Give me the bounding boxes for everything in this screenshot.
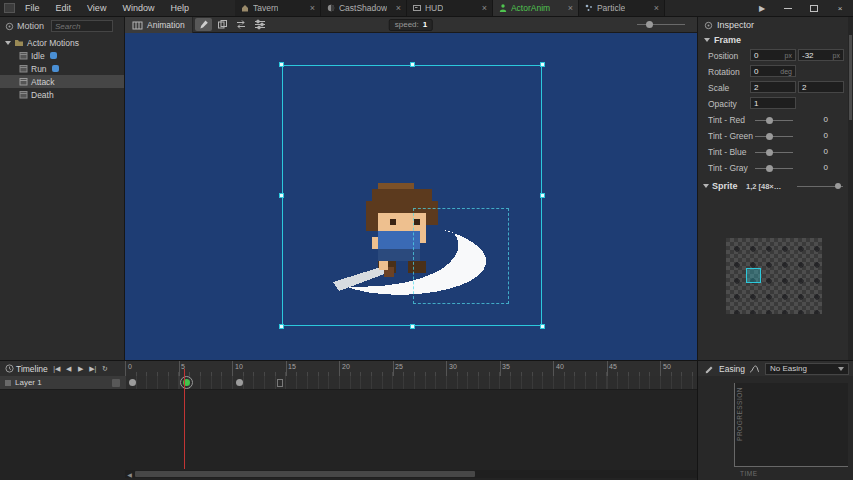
easing-selected-value: No Easing (770, 364, 807, 373)
swap-frames-button[interactable] (233, 18, 250, 31)
spritesheet-preview[interactable] (726, 238, 822, 314)
close-window-button[interactable]: × (827, 0, 853, 16)
layer-1-track[interactable] (125, 376, 697, 390)
layer-1-label[interactable]: Layer 1 (0, 376, 125, 390)
keyframe-0[interactable] (129, 379, 136, 386)
opacity-value: 1 (754, 99, 758, 108)
canvas-zoom-slider[interactable] (637, 18, 685, 31)
tint-green-slider[interactable] (755, 136, 793, 137)
tint-green-row: Tint - Green 0 (698, 128, 853, 144)
opacity-field[interactable]: 1 (750, 97, 796, 109)
close-icon[interactable]: × (482, 3, 487, 13)
tab-label: CastShadow (339, 3, 387, 13)
timeline-header: Timeline |◀ ◀ ▶ ▶| ↻ (0, 361, 125, 376)
scrollbar-thumb[interactable] (849, 35, 852, 120)
easing-dropdown[interactable]: No Easing (765, 363, 849, 375)
keyframe-10[interactable] (236, 379, 243, 386)
menu-file[interactable]: File (17, 0, 48, 16)
layer-options-button[interactable] (112, 379, 120, 387)
frame-properties-button[interactable] (252, 18, 269, 31)
tab-actoranim[interactable]: ActorAnim × (493, 0, 579, 16)
animation-canvas[interactable] (125, 33, 697, 360)
resize-handle-bottom-middle[interactable] (410, 324, 415, 329)
close-icon[interactable]: × (568, 3, 573, 13)
tab-particle[interactable]: Particle × (579, 0, 665, 16)
slider-knob[interactable] (646, 21, 653, 28)
search-input[interactable] (51, 20, 113, 32)
sprite-zoom-slider[interactable] (797, 182, 843, 191)
tint-blue-slider[interactable] (755, 152, 793, 153)
resize-handle-bottom-left[interactable] (279, 324, 284, 329)
inspector-header: Inspector (698, 17, 853, 33)
menu-view[interactable]: View (79, 0, 114, 16)
duplicate-frame-button[interactable] (214, 18, 231, 31)
scale-x-field[interactable]: 2 (750, 81, 796, 93)
sprite-section-title: Sprite (712, 181, 738, 191)
brush-tool-button[interactable] (195, 18, 212, 31)
inspector-scrollbar[interactable] (848, 17, 853, 360)
animation-tab[interactable]: Animation (125, 17, 193, 33)
tab-hud[interactable]: HUD × (407, 0, 493, 16)
maximize-button[interactable] (801, 0, 827, 16)
play-animation-button[interactable]: ▶ (76, 365, 86, 373)
frame-ruler[interactable]: 0 5 10 15 20 25 30 35 40 45 50 (125, 361, 697, 376)
play-button[interactable]: ▶ (749, 0, 775, 16)
sprite-info: 1,2 [48×… (746, 182, 781, 191)
animation-end-marker[interactable] (277, 379, 283, 387)
motion-item-label: Run (31, 64, 47, 74)
loop-button[interactable]: ↻ (100, 365, 110, 373)
motion-item-attack[interactable]: Attack (0, 75, 124, 88)
slider-knob[interactable] (766, 165, 773, 172)
close-icon[interactable]: × (310, 3, 315, 13)
speed-field[interactable]: speed: 1 (389, 19, 433, 31)
position-x-field[interactable]: 0 px (750, 49, 796, 61)
tint-red-label: Tint - Red (708, 115, 745, 125)
ruler-number: 40 (556, 363, 564, 370)
tab-castshadow[interactable]: CastShadow × (321, 0, 407, 16)
scroll-left-arrow-icon[interactable]: ◀ (125, 471, 134, 478)
sprite-section-header[interactable]: Sprite 1,2 [48×… (698, 179, 853, 195)
slider-knob[interactable] (766, 133, 773, 140)
menu-window[interactable]: Window (114, 0, 162, 16)
tab-tavern[interactable]: Tavern × (235, 0, 321, 16)
motion-item-run[interactable]: Run (0, 62, 124, 75)
resize-handle-bottom-right[interactable] (540, 324, 545, 329)
ruler-number: 30 (449, 363, 457, 370)
tint-red-value: 0 (808, 115, 828, 124)
step-back-button[interactable]: ◀ (64, 365, 74, 373)
resize-handle-top-right[interactable] (540, 62, 545, 67)
motion-item-idle[interactable]: Idle (0, 49, 124, 62)
frame-section-header[interactable]: Frame (698, 33, 853, 48)
curve-icon[interactable] (749, 364, 760, 374)
chevron-down-icon[interactable] (5, 41, 11, 45)
scrollbar-thumb[interactable] (135, 471, 475, 477)
slider-knob[interactable] (766, 117, 773, 124)
tint-red-slider[interactable] (755, 120, 793, 121)
resize-handle-middle-left[interactable] (279, 193, 284, 198)
slider-knob[interactable] (766, 149, 773, 156)
skip-end-button[interactable]: ▶| (88, 365, 98, 373)
tree-root-actor-motions[interactable]: Actor Motions (0, 36, 124, 49)
slider-knob[interactable] (835, 183, 841, 189)
timeline-scrollbar[interactable]: ◀ (125, 470, 697, 478)
close-icon[interactable]: × (396, 3, 401, 13)
tint-gray-slider[interactable] (755, 168, 793, 169)
position-y-field[interactable]: -32 px (798, 49, 844, 61)
menu-help[interactable]: Help (162, 0, 197, 16)
resize-handle-top-left[interactable] (279, 62, 284, 67)
motion-item-death[interactable]: Death (0, 88, 124, 101)
folder-icon (14, 38, 24, 47)
scale-y-field[interactable]: 2 (798, 81, 844, 93)
minimize-button[interactable] (775, 0, 801, 16)
motion-clip-icon (19, 90, 28, 99)
chevron-down-icon (703, 184, 709, 188)
menu-edit[interactable]: Edit (48, 0, 80, 16)
speed-value[interactable]: 1 (423, 20, 427, 29)
rotation-field[interactable]: 0 deg (750, 65, 796, 77)
playhead[interactable] (184, 369, 185, 469)
close-icon[interactable]: × (654, 3, 659, 13)
resize-handle-top-middle[interactable] (410, 62, 415, 67)
resize-handle-middle-right[interactable] (540, 193, 545, 198)
skip-start-button[interactable]: |◀ (52, 365, 62, 373)
selection-box[interactable] (282, 65, 542, 326)
